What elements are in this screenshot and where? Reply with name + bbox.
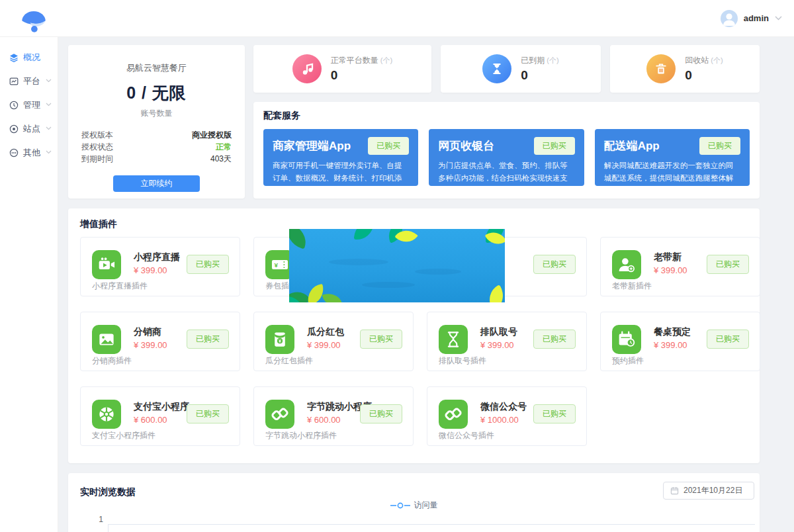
platform-count-icon — [292, 54, 322, 83]
date-picker[interactable]: 2021年10月22日 — [663, 482, 754, 500]
plugin-card-wechat-official: 微信公众号 ¥ 1000.00 已购买 微信公众号插件 — [427, 386, 587, 446]
chevron-down-icon — [46, 79, 52, 83]
plugin-title: 小程序直播 — [134, 251, 180, 263]
plugin-title: 支付宝小程序 — [134, 401, 189, 413]
overview-icon — [9, 53, 19, 62]
license-field-row: 授权状态 正常 — [81, 141, 232, 153]
plugin-card-table-booking: 餐桌预定 ¥ 399.00 已购买 预约插件 — [600, 312, 760, 371]
service-card-delivery-app: 配送端App 已购买 解决同城配送难题开发的一套独立的同城配送系统，提供同城配送… — [595, 129, 750, 186]
services-section: 配套服务 商家管理端App 已购买 商家可用手机一键管理外卖订单、自提订单、数据… — [253, 102, 760, 199]
purchased-button[interactable]: 已购买 — [707, 330, 749, 349]
service-card-web-cashier: 网页收银台 已购买 为门店提供点单、堂食、预约、排队等多种店内功能，结合扫码枪实… — [429, 129, 584, 186]
renew-button[interactable]: 立即续约 — [113, 175, 200, 192]
purchased-button[interactable]: 已购买 — [187, 255, 229, 274]
plugin-subtitle: 小程序直播插件 — [92, 281, 148, 292]
manage-icon — [9, 101, 19, 110]
purchased-button[interactable]: 已购买 — [533, 404, 576, 423]
browse-section: 实时浏览数据 2021年10月22日 访问量 1 — [68, 473, 760, 532]
purchased-button[interactable]: 已购买 — [360, 404, 402, 423]
plugin-price: ¥ 1000.00 — [480, 415, 519, 425]
purchased-button[interactable]: 已购买 — [368, 137, 409, 155]
stat-value: 0 — [331, 68, 392, 83]
plugin-title: 老带新 — [654, 251, 682, 263]
calendar-icon — [670, 486, 679, 495]
plugin-subtitle: 预约插件 — [612, 355, 644, 367]
plugin-subtitle: 微信公众号插件 — [439, 430, 494, 441]
plugin-price: ¥ 399.00 — [480, 340, 514, 350]
account-count: 0 / 无限 — [81, 82, 232, 104]
username: admin — [744, 13, 769, 23]
service-desc: 商家可用手机一键管理外卖订单、自提订单、数据概况、财务统计、打印机添加等操作！ — [273, 159, 409, 197]
dashboard-page: admin 概况 平台 管理 — [0, 0, 794, 532]
plugin-subtitle: 瓜分红包插件 — [265, 355, 313, 367]
sidebar-item-label: 站点 — [23, 123, 40, 135]
purchased-button[interactable]: 已购买 — [699, 137, 740, 155]
linked-squares-icon — [265, 400, 294, 429]
plugin-price: ¥ 399.00 — [654, 265, 687, 275]
sidebar-item-site[interactable]: 站点 — [0, 117, 58, 141]
purchased-button[interactable]: 已购买 — [707, 255, 749, 274]
plugin-card-alipay-miniapp: 支付宝小程序 ¥ 600.00 已购买 支付宝小程序插件 — [80, 386, 240, 446]
plugin-card-distributor: 分销商 ¥ 399.00 已购买 分销商插件 — [80, 312, 240, 371]
license-title: 易航云智慧餐厅 — [81, 62, 232, 74]
user-plus-icon — [612, 250, 641, 279]
plugin-price: ¥ 600.00 — [307, 415, 341, 425]
site-icon — [9, 124, 19, 134]
purchased-button[interactable]: 已购买 — [187, 404, 229, 423]
license-field-row: 到期时间 403天 — [81, 153, 232, 165]
stat-label: 正常平台数量 — [331, 56, 378, 65]
plugin-price: ¥ 600.00 — [134, 415, 167, 425]
platform-icon — [9, 77, 19, 86]
purchased-button[interactable]: 已购买 — [533, 330, 576, 349]
sidebar-item-other[interactable]: 其他 — [0, 141, 58, 165]
purchased-button[interactable]: 已购买 — [187, 330, 229, 349]
plugin-card-live: 小程序直播 ¥ 399.00 已购买 小程序直播插件 — [80, 237, 240, 296]
license-field-row: 授权版本 商业授权版 — [81, 129, 232, 141]
plugin-title: 分销商 — [134, 326, 161, 338]
hourglass-icon — [439, 325, 468, 354]
top-bar: admin — [0, 0, 794, 37]
purchased-button[interactable]: 已购买 — [534, 137, 575, 155]
service-card-merchant-app: 商家管理端App 已购买 商家可用手机一键管理外卖订单、自提订单、数据概况、财务… — [263, 129, 418, 186]
license-version-value: 商业授权版 — [192, 129, 232, 141]
plugin-price: ¥ 399.00 — [134, 265, 167, 275]
chart-legend: 访问量 — [68, 500, 760, 511]
license-status-value: 正常 — [216, 141, 232, 153]
sidebar-item-platform[interactable]: 平台 — [0, 69, 58, 93]
svg-text:¥: ¥ — [275, 261, 279, 269]
sidebar-item-label: 概况 — [23, 52, 40, 64]
chevron-down-icon — [775, 16, 782, 21]
chevron-down-icon — [46, 103, 52, 107]
user-menu[interactable]: admin — [721, 0, 782, 36]
app-logo-icon[interactable] — [15, 3, 53, 36]
avatar — [721, 10, 738, 27]
sidebar-item-overview[interactable]: 概况 — [0, 46, 58, 69]
service-desc: 解决同城配送难题开发的一套独立的同城配送系统，提供同城配送跑腿整体解决方案。 — [604, 159, 740, 197]
plugin-title: 瓜分红包 — [307, 326, 344, 338]
plugin-price: ¥ 399.00 — [654, 340, 687, 350]
expired-icon — [482, 54, 511, 83]
license-card: 易航云智慧餐厅 0 / 无限 账号数量 授权版本 商业授权版 授权状态 正常 到… — [68, 45, 245, 199]
sidebar-item-manage[interactable]: 管理 — [0, 93, 58, 117]
plugin-price: ¥ 399.00 — [307, 340, 341, 350]
legend-item-visits[interactable]: 访问量 — [390, 500, 438, 511]
trash-icon — [646, 54, 676, 83]
purchased-button[interactable]: 已购买 — [360, 330, 402, 349]
purchased-button[interactable]: 已购买 — [533, 255, 576, 274]
stat-label: 回收站 — [685, 56, 709, 65]
chart-gridline — [108, 524, 755, 525]
plugin-subtitle: 分销商插件 — [92, 355, 132, 367]
plugin-card-red-packet: 瓜分红包 ¥ 399.00 已购买 瓜分红包插件 — [253, 312, 414, 371]
stat-card-expired: 已到期(个) 0 — [441, 45, 601, 93]
y-axis-tick: 1 — [91, 515, 103, 524]
license-expiry-value: 403天 — [210, 153, 232, 165]
chevron-down-icon — [46, 126, 52, 130]
image-icon — [92, 325, 121, 354]
red-envelope-icon — [265, 325, 294, 354]
date-value: 2021年10月22日 — [684, 485, 742, 496]
plugin-title: 餐桌预定 — [654, 326, 691, 338]
legend-label: 访问量 — [414, 500, 438, 511]
stat-value: 0 — [521, 68, 558, 83]
sidebar-item-label: 管理 — [23, 99, 40, 111]
sidebar: 概况 平台 管理 站点 — [0, 36, 58, 532]
